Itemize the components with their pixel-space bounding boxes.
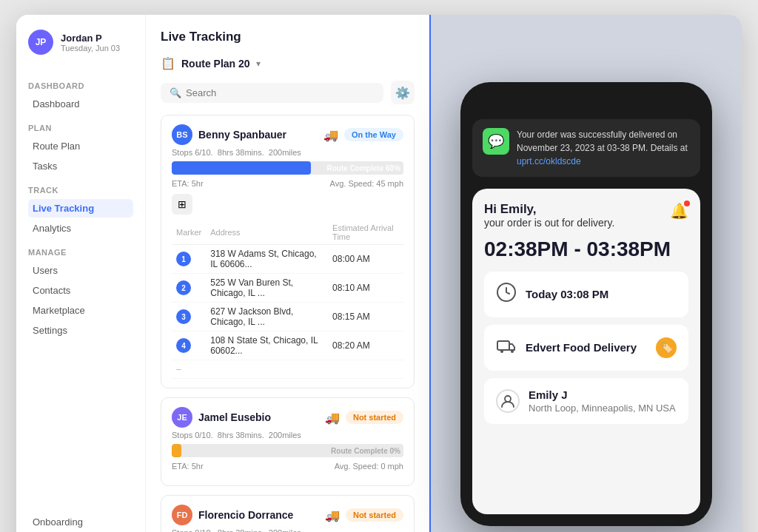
route-plan-label: Route Plan 20 xyxy=(181,58,250,70)
right-panel: 💬 Your order was successfully delivered … xyxy=(431,15,742,532)
marker-dash: – xyxy=(172,360,206,379)
col-eta: Estimated Arrival Time xyxy=(328,220,403,245)
sidebar-bottom: Onboarding Contact Support Download app … xyxy=(28,513,133,532)
eta-dash xyxy=(328,360,403,379)
status-badge-jamel: Not started xyxy=(346,411,403,424)
address-1: 318 W Adams St, Chicago, IL 60606... xyxy=(206,245,328,274)
truck-delivery-icon xyxy=(496,335,517,360)
user-section: JP Jordan P Tuesday, Jun 03 xyxy=(28,30,133,55)
delivery-card-label: Edvert Food Delivery xyxy=(526,341,637,354)
table-view-button[interactable]: ⊞ xyxy=(172,194,192,215)
sidebar-item-settings[interactable]: Settings xyxy=(28,321,133,340)
info-card-time: Today 03:08 PM xyxy=(484,272,688,317)
marker-1: 1 xyxy=(176,252,191,266)
info-card-delivery: Edvert Food Delivery 🏷️ xyxy=(484,325,688,371)
driver-left-jamel: JE Jamel Eusebio xyxy=(172,407,271,428)
driver-avatar-benny: BS xyxy=(172,124,192,145)
marker-3: 3 xyxy=(176,309,191,324)
svg-rect-1 xyxy=(497,341,509,350)
eta-2: 08:10 AM xyxy=(328,274,403,303)
marker-4: 4 xyxy=(176,338,191,353)
eta-jamel: ETA: 5hr xyxy=(172,462,204,471)
eta-4: 08:20 AM xyxy=(328,331,403,360)
sidebar: JP Jordan P Tuesday, Jun 03 Dashboard Da… xyxy=(16,15,146,532)
nav-label-manage: Manage xyxy=(28,248,133,257)
route-plan-selector[interactable]: 📋 Route Plan 20 ▾ xyxy=(161,56,415,70)
person-name: Emily J xyxy=(529,388,676,401)
phone-content: Hi Emily, your order is out for delivery… xyxy=(472,189,700,514)
sidebar-item-live-tracking[interactable]: Live Tracking xyxy=(28,199,133,218)
hi-line: Hi Emily, xyxy=(484,202,614,217)
driver-card-jamel: JE Jamel Eusebio 🚚 Not started Stops 0/1… xyxy=(161,397,415,486)
notification-text: Your order was successfully delivered on… xyxy=(517,128,690,168)
phone-notch xyxy=(549,94,623,112)
driver-avatar-florencio: FD xyxy=(172,505,192,525)
sidebar-item-marketplace[interactable]: Marketplace xyxy=(28,301,133,320)
main-content: Live Tracking 📋 Route Plan 20 ▾ 🔍 ⚙️ xyxy=(146,15,429,532)
app-container: JP Jordan P Tuesday, Jun 03 Dashboard Da… xyxy=(16,15,742,532)
stop-row-3: 3 627 W Jackson Blvd, Chicago, IL ... 08… xyxy=(172,303,403,331)
driver-right-florencio: 🚚 Not started xyxy=(325,508,403,522)
nav-label-track: Track xyxy=(28,186,133,195)
svg-point-3 xyxy=(511,350,514,353)
progress-label-benny: Route Complete 60% xyxy=(327,164,400,172)
greeting-text: Hi Emily, your order is out for delivery… xyxy=(484,202,614,229)
route-icon: 📋 xyxy=(161,56,175,70)
driver-card-header: BS Benny Spanbauer 🚚 On the Way xyxy=(172,124,403,145)
phone-mockup: 💬 Your order was successfully delivered … xyxy=(460,82,712,526)
status-badge-florencio: Not started xyxy=(346,508,403,522)
progress-fill-benny xyxy=(172,161,311,175)
avatar: JP xyxy=(28,30,53,55)
user-date: Tuesday, Jun 03 xyxy=(61,44,120,53)
stop-row-2: 2 525 W Van Buren St, Chicago, IL ... 08… xyxy=(172,274,403,303)
driver-name-jamel: Jamel Eusebio xyxy=(198,411,271,423)
notification-banner: 💬 Your order was successfully delivered … xyxy=(472,119,700,177)
nav-label-dashboard: Dashboard xyxy=(28,81,133,90)
driver-avatar-jamel: JE xyxy=(172,407,192,428)
avg-speed-benny: Avg. Speed: 45 mph xyxy=(330,179,403,188)
driver-right: 🚚 On the Way xyxy=(323,128,403,142)
person-icon xyxy=(496,389,520,413)
time-range: 02:38PM - 03:38PM xyxy=(484,238,688,261)
driver-meta-florencio: Stops 0/10. 8hrs 38mins. 200miles xyxy=(172,528,403,532)
status-badge-benny: On the Way xyxy=(344,128,403,141)
stops-table: Marker Address Estimated Arrival Time 1 … xyxy=(172,220,403,379)
marker-2: 2 xyxy=(176,280,191,295)
eta-1: 08:00 AM xyxy=(328,245,403,274)
sidebar-item-route-plan[interactable]: Route Plan xyxy=(28,137,133,155)
driver-stats-jamel: ETA: 5hr Avg. Speed: 0 mph xyxy=(172,462,403,471)
driver-card-benny: BS Benny Spanbauer 🚚 On the Way Stops 6/… xyxy=(161,115,415,388)
col-marker: Marker xyxy=(172,220,206,245)
search-input[interactable] xyxy=(186,87,375,98)
notif-link: uprt.cc/okldscde xyxy=(517,156,581,166)
filter-button[interactable]: ⚙️ xyxy=(391,81,415,104)
driver-name-benny: Benny Spanbauer xyxy=(198,129,286,141)
info-card-person: Emily J North Loop, Minneapolis, MN USA xyxy=(484,378,688,424)
sidebar-item-onboarding[interactable]: Onboarding xyxy=(28,513,133,531)
avg-speed-jamel: Avg. Speed: 0 mph xyxy=(335,462,403,471)
driver-card-florencio: FD Florencio Dorrance 🚚 Not started Stop… xyxy=(161,495,415,532)
sidebar-item-contacts[interactable]: Contacts xyxy=(28,281,133,300)
sub-line: your order is out for delivery. xyxy=(484,217,614,229)
sidebar-item-users[interactable]: Users xyxy=(28,261,133,280)
truck-icon-florencio: 🚚 xyxy=(325,508,340,522)
sidebar-item-dashboard[interactable]: Dashboard xyxy=(28,95,133,113)
driver-card-header-florencio: FD Florencio Dorrance 🚚 Not started xyxy=(172,505,403,525)
greeting-row: Hi Emily, your order is out for delivery… xyxy=(484,202,688,229)
sidebar-item-analytics[interactable]: Analytics xyxy=(28,219,133,238)
progress-bar-jamel: Route Complete 0% xyxy=(172,444,403,457)
search-filter-row: 🔍 ⚙️ xyxy=(161,81,415,104)
person-location: North Loop, Minneapolis, MN USA xyxy=(529,403,676,414)
page-title: Live Tracking xyxy=(161,30,415,44)
person-card-info: Emily J North Loop, Minneapolis, MN USA xyxy=(529,388,676,414)
driver-card-header-jamel: JE Jamel Eusebio 🚚 Not started xyxy=(172,407,403,428)
svg-point-2 xyxy=(500,350,503,353)
bell-container: 🔔 xyxy=(670,202,688,220)
address-dash xyxy=(206,360,328,379)
clock-icon xyxy=(496,282,517,307)
sidebar-item-tasks[interactable]: Tasks xyxy=(28,157,133,175)
user-name: Jordan P xyxy=(61,33,120,44)
stop-row-4: 4 108 N State St, Chicago, IL 60602... 0… xyxy=(172,331,403,360)
address-3: 627 W Jackson Blvd, Chicago, IL ... xyxy=(206,303,328,331)
search-box[interactable]: 🔍 xyxy=(161,83,383,103)
